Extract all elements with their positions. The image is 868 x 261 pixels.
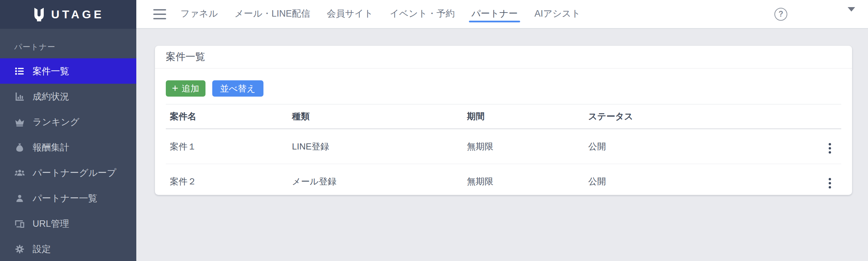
cell-project-period: 無期限 bbox=[463, 164, 584, 199]
tab-partner[interactable]: パートナー bbox=[471, 0, 518, 28]
topbar-actions: ? bbox=[774, 8, 868, 21]
tab-ai-assist[interactable]: AIアシスト bbox=[534, 0, 580, 28]
card-body: + 追加 並べ替え 案件名 種類 期間 bbox=[155, 68, 852, 199]
sidebar-item-label: ランキング bbox=[33, 116, 79, 128]
gear-icon bbox=[14, 244, 25, 255]
bar-chart-icon bbox=[14, 91, 25, 102]
cell-project-period: 無期限 bbox=[463, 129, 584, 164]
sidebar-item-settings[interactable]: 設定 bbox=[0, 236, 136, 261]
cell-project-status: 公開 bbox=[584, 164, 810, 199]
add-button-label: 追加 bbox=[182, 83, 199, 95]
question-mark-glyph: ? bbox=[778, 9, 783, 19]
card-header: 案件一覧 bbox=[155, 46, 852, 68]
account-dropdown-toggle[interactable] bbox=[846, 9, 857, 19]
sidebar-item-label: 報酬集計 bbox=[33, 141, 69, 154]
sidebar: UTAGE パートナー 案件一覧 成約状況 ランキング 報酬集計 bbox=[0, 0, 136, 261]
sort-button[interactable]: 並べ替え bbox=[212, 80, 263, 97]
cell-project-status: 公開 bbox=[584, 129, 810, 164]
devices-icon bbox=[14, 218, 25, 229]
list-icon bbox=[14, 66, 25, 77]
cell-project-name: 案件２ bbox=[166, 164, 288, 199]
app-window: UTAGE パートナー 案件一覧 成約状況 ランキング 報酬集計 bbox=[0, 0, 868, 261]
row-menu-kebab-icon[interactable] bbox=[824, 176, 836, 191]
toolbar: + 追加 並べ替え bbox=[166, 80, 841, 97]
column-header-name: 案件名 bbox=[166, 104, 288, 129]
sidebar-item-partner-groups[interactable]: パートナーグループ bbox=[0, 160, 136, 185]
sidebar-item-label: 案件一覧 bbox=[33, 65, 69, 77]
tab-funnel[interactable]: ファネル bbox=[180, 0, 218, 28]
help-icon[interactable]: ? bbox=[774, 8, 787, 21]
column-header-period: 期間 bbox=[463, 104, 584, 129]
sidebar-item-label: パートナーグループ bbox=[33, 167, 116, 179]
hamburger-menu-icon[interactable] bbox=[153, 9, 166, 19]
sidebar-item-label: URL管理 bbox=[33, 218, 69, 230]
utage-logo-icon bbox=[32, 7, 46, 22]
top-nav-tabs: ファネル メール・LINE配信 会員サイト イベント・予約 パートナー AIアシ… bbox=[180, 0, 580, 28]
tab-mail-line-delivery[interactable]: メール・LINE配信 bbox=[235, 0, 310, 28]
plus-icon: + bbox=[172, 83, 178, 94]
main-column: ファネル メール・LINE配信 会員サイト イベント・予約 パートナー AIアシ… bbox=[136, 0, 868, 261]
sidebar-item-label: 設定 bbox=[33, 243, 51, 255]
tab-member-site[interactable]: 会員サイト bbox=[327, 0, 373, 28]
column-header-status: ステータス bbox=[584, 104, 810, 129]
projects-table: 案件名 種類 期間 ステータス 案件１ LINE登録 無期限 bbox=[166, 104, 841, 199]
add-button[interactable]: + 追加 bbox=[166, 80, 205, 97]
content-area: 案件一覧 + 追加 並べ替え bbox=[136, 29, 868, 261]
sidebar-item-label: パートナー一覧 bbox=[33, 192, 97, 204]
projects-card: 案件一覧 + 追加 並べ替え bbox=[155, 46, 852, 195]
money-bag-icon bbox=[14, 142, 25, 153]
crown-icon bbox=[14, 117, 25, 127]
chevron-down-icon bbox=[848, 7, 855, 17]
cell-project-type: LINE登録 bbox=[288, 129, 463, 164]
column-header-type: 種類 bbox=[288, 104, 463, 129]
column-header-actions bbox=[810, 104, 841, 129]
sort-button-label: 並べ替え bbox=[220, 83, 256, 95]
sidebar-section-label: パートナー bbox=[14, 42, 136, 52]
table-row: 案件１ LINE登録 無期限 公開 bbox=[166, 129, 841, 164]
top-navigation-bar: ファネル メール・LINE配信 会員サイト イベント・予約 パートナー AIアシ… bbox=[136, 0, 868, 29]
sidebar-item-projects[interactable]: 案件一覧 bbox=[0, 58, 136, 84]
tab-event-booking[interactable]: イベント・予約 bbox=[390, 0, 455, 28]
sidebar-item-partner-list[interactable]: パートナー一覧 bbox=[0, 185, 136, 211]
cell-project-type: メール登録 bbox=[288, 164, 463, 199]
sidebar-item-contract-status[interactable]: 成約状況 bbox=[0, 84, 136, 109]
people-group-icon bbox=[14, 167, 25, 178]
page-title: 案件一覧 bbox=[166, 50, 205, 64]
sidebar-item-label: 成約状況 bbox=[33, 91, 69, 103]
person-icon bbox=[14, 193, 25, 204]
cell-project-name: 案件１ bbox=[166, 129, 288, 164]
sidebar-item-ranking[interactable]: ランキング bbox=[0, 109, 136, 135]
row-menu-kebab-icon[interactable] bbox=[824, 141, 836, 156]
sidebar-item-url-management[interactable]: URL管理 bbox=[0, 211, 136, 236]
table-row: 案件２ メール登録 無期限 公開 bbox=[166, 164, 841, 199]
table-header-row: 案件名 種類 期間 ステータス bbox=[166, 104, 841, 129]
brand-logo: UTAGE bbox=[0, 0, 136, 29]
brand-name: UTAGE bbox=[51, 8, 104, 21]
sidebar-item-rewards[interactable]: 報酬集計 bbox=[0, 135, 136, 160]
